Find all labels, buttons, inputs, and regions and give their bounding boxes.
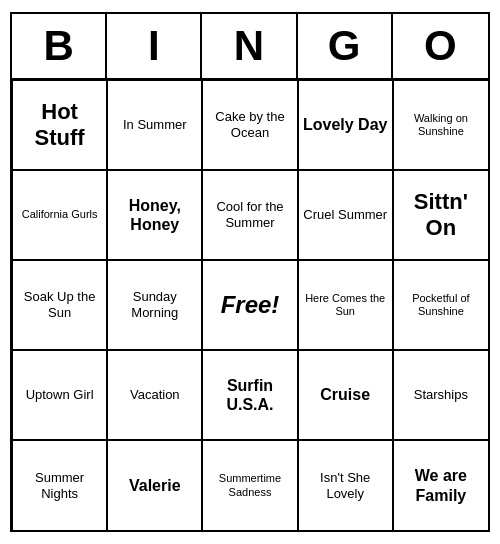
cell-text: Lovely Day	[303, 115, 388, 134]
bingo-cell[interactable]: Soak Up the Sun	[12, 260, 107, 350]
cell-text: Sunday Morning	[112, 289, 197, 320]
cell-text: Pocketful of Sunshine	[398, 292, 484, 318]
bingo-cell[interactable]: Here Comes the Sun	[298, 260, 393, 350]
cell-text: We are Family	[398, 466, 484, 504]
cell-text: Cool for the Summer	[207, 199, 292, 230]
header-letter: N	[202, 14, 297, 78]
bingo-cell[interactable]: Free!	[202, 260, 297, 350]
cell-text: Here Comes the Sun	[303, 292, 388, 318]
cell-text: Starships	[398, 387, 484, 403]
cell-text: Honey, Honey	[112, 196, 197, 234]
cell-text: Isn't She Lovely	[303, 470, 388, 501]
bingo-cell[interactable]: Summer Nights	[12, 440, 107, 530]
cell-text: Summer Nights	[17, 470, 102, 501]
bingo-cell[interactable]: Honey, Honey	[107, 170, 202, 260]
bingo-cell[interactable]: Uptown Girl	[12, 350, 107, 440]
header-letter: O	[393, 14, 488, 78]
bingo-cell[interactable]: Cruel Summer	[298, 170, 393, 260]
cell-text: Soak Up the Sun	[17, 289, 102, 320]
cell-text: Uptown Girl	[17, 387, 102, 403]
cell-text: Walking on Sunshine	[398, 112, 484, 138]
cell-text: Sittn' On	[398, 189, 484, 242]
bingo-cell[interactable]: Valerie	[107, 440, 202, 530]
bingo-cell[interactable]: Starships	[393, 350, 488, 440]
bingo-cell[interactable]: Surfin U.S.A.	[202, 350, 297, 440]
bingo-cell[interactable]: Isn't She Lovely	[298, 440, 393, 530]
bingo-cell[interactable]: Lovely Day	[298, 80, 393, 170]
bingo-cell[interactable]: Pocketful of Sunshine	[393, 260, 488, 350]
cell-text: Cake by the Ocean	[207, 109, 292, 140]
header-letter: B	[12, 14, 107, 78]
bingo-cell[interactable]: Cake by the Ocean	[202, 80, 297, 170]
bingo-cell[interactable]: Walking on Sunshine	[393, 80, 488, 170]
cell-text: Cruel Summer	[303, 207, 388, 223]
bingo-cell[interactable]: In Summer	[107, 80, 202, 170]
header-letter: I	[107, 14, 202, 78]
bingo-cell[interactable]: Hot Stuff	[12, 80, 107, 170]
bingo-grid: Hot StuffIn SummerCake by the OceanLovel…	[12, 80, 488, 530]
cell-text: Hot Stuff	[17, 99, 102, 152]
bingo-cell[interactable]: Sunday Morning	[107, 260, 202, 350]
cell-text: Surfin U.S.A.	[207, 376, 292, 414]
cell-text: Summertime Sadness	[207, 472, 292, 498]
bingo-cell[interactable]: Summertime Sadness	[202, 440, 297, 530]
bingo-cell[interactable]: Vacation	[107, 350, 202, 440]
bingo-cell[interactable]: We are Family	[393, 440, 488, 530]
bingo-cell[interactable]: Cruise	[298, 350, 393, 440]
bingo-cell[interactable]: Cool for the Summer	[202, 170, 297, 260]
bingo-header: BINGO	[12, 14, 488, 80]
cell-text: In Summer	[112, 117, 197, 133]
bingo-cell[interactable]: California Gurls	[12, 170, 107, 260]
bingo-cell[interactable]: Sittn' On	[393, 170, 488, 260]
cell-text: Valerie	[112, 476, 197, 495]
bingo-card: BINGO Hot StuffIn SummerCake by the Ocea…	[10, 12, 490, 532]
cell-text: Cruise	[303, 385, 388, 404]
cell-text: Vacation	[112, 387, 197, 403]
header-letter: G	[298, 14, 393, 78]
cell-text: Free!	[207, 291, 292, 320]
cell-text: California Gurls	[17, 208, 102, 221]
